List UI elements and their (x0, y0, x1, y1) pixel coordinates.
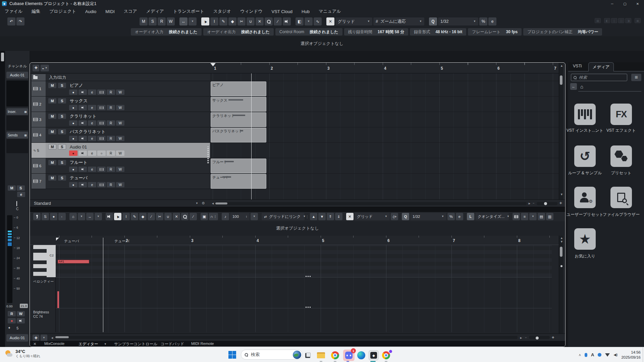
lane-divider-handle[interactable] (306, 276, 312, 277)
channel-write-button[interactable]: W (17, 311, 25, 316)
editor-zoom-tool-icon[interactable] (181, 213, 189, 220)
black-key[interactable] (33, 268, 47, 272)
tile-presets[interactable] (610, 145, 632, 167)
erase-tool-icon[interactable]: ◆ (228, 17, 236, 25)
editor-glue-tool-icon[interactable]: ∪ (164, 213, 172, 220)
tile-user-presets[interactable]: ⚙ (574, 187, 596, 208)
editor-zoom-track[interactable] (529, 336, 550, 339)
curve-menu-icon[interactable]: ∩⋮ (209, 213, 218, 220)
length-link-dropdown[interactable]: ⇄グリッドにリンク▼ (262, 213, 305, 220)
editor-autoscroll-icon[interactable]: ↔ (86, 213, 94, 220)
track-row-sax[interactable]: 2 MSサックス ●eRW (32, 97, 210, 112)
lane-divider-handle[interactable] (306, 307, 312, 308)
track-row-clarinet[interactable]: 3 MSクラリネット ●eRW (32, 112, 210, 127)
track-mute-button[interactable]: M (48, 98, 56, 104)
back-icon[interactable]: ← (570, 83, 577, 90)
midi-event-sax[interactable]: サックス (211, 97, 266, 112)
tab-editor[interactable]: エディター (78, 342, 98, 347)
left-scroll-thumb[interactable] (1, 53, 4, 61)
tile-file-browser[interactable] (610, 187, 632, 208)
read-automation-icon[interactable]: R (107, 136, 115, 141)
monitor-icon[interactable] (78, 167, 87, 172)
audio-output-status[interactable]: オーディオ出力接続されました (203, 28, 274, 36)
track-name[interactable]: サックス (70, 98, 88, 104)
record-enable-icon[interactable]: ● (69, 105, 77, 110)
edit-channel-icon[interactable]: e (88, 150, 96, 156)
grid-type-dropdown[interactable]: #ズームに適応▼ (373, 17, 424, 25)
write-automation-icon[interactable]: W (116, 167, 124, 172)
read-automation-icon[interactable]: R (107, 105, 115, 110)
track-name[interactable]: クラリネット (70, 113, 97, 119)
play-tool-icon[interactable] (283, 17, 291, 25)
move-down-icon[interactable]: ▼ (318, 213, 326, 220)
editor-zoom-in-icon[interactable]: ✚ (552, 336, 554, 339)
edit-channel-icon[interactable]: e (88, 120, 96, 126)
editor-scroll-left-icon[interactable]: ◄ (51, 336, 54, 340)
track-mute-button[interactable]: M (48, 160, 56, 165)
left-zone-icon[interactable]: ▯ (611, 18, 617, 23)
editor-zoom-out-icon[interactable]: − (525, 336, 527, 339)
edge-button[interactable] (356, 350, 366, 360)
length-quantize-dropdown[interactable]: クオンタイズ...▼ (475, 213, 509, 220)
read-automation-icon[interactable]: R (107, 150, 115, 156)
arrange-vertical-scrollbar[interactable]: ▲ ▼ (559, 63, 563, 199)
automation-curve-ic​on[interactable]: ∿ (314, 17, 322, 25)
editor-autoscroll-menu-icon[interactable]: ▼ (95, 213, 102, 220)
read-automation-icon[interactable]: R (107, 167, 115, 172)
editor-solo-icon[interactable]: S (42, 213, 49, 220)
editor-range-tool-icon[interactable]: I (122, 213, 130, 220)
record-enable-icon[interactable]: ● (69, 167, 77, 172)
editor-split-tool-icon[interactable]: ✂ (156, 213, 163, 220)
zoom-out-icon[interactable]: − (533, 201, 534, 205)
inserts-slot[interactable] (6, 116, 28, 130)
tab-sampler-control[interactable]: サンプラーコントロール (114, 342, 157, 347)
chrome-profile-button[interactable] (381, 350, 391, 360)
note-expression-icon[interactable] (513, 213, 520, 220)
show-desktop-button[interactable] (643, 347, 644, 362)
menu-audio[interactable]: Audio (85, 9, 96, 14)
menu-manual[interactable]: マニュアル (319, 8, 341, 14)
channel-track-button[interactable]: Audio 01 (6, 72, 28, 78)
step-input-icon[interactable]: ▥ (546, 213, 553, 220)
instrument-icon[interactable] (97, 182, 106, 187)
track-name[interactable]: フルート (70, 160, 88, 166)
channel-bottom-label[interactable]: Audio 01 (6, 334, 28, 342)
editor-quantize-panel-icon[interactable]: e (456, 213, 463, 220)
editor-ruler[interactable]: テューバ テューバ 2 3 4 5 6 7 8 (30, 236, 559, 245)
channel-read-button[interactable]: R (8, 311, 16, 316)
write-automation-icon[interactable]: W (116, 182, 124, 187)
edit-channel-icon[interactable]: e (88, 89, 96, 95)
tray-app-icon[interactable] (598, 353, 601, 357)
track-row-bass-clarinet[interactable]: 4 MSバスクラリネット ●eRW (32, 127, 210, 143)
quantize-preset-dropdown[interactable]: 1/32▼ (438, 17, 478, 25)
file-explorer-button[interactable] (316, 350, 326, 360)
zoom-slider-track[interactable] (537, 202, 557, 205)
read-automation-icon[interactable]: R (107, 120, 115, 126)
pitch-visibility-menu-icon[interactable]: ▼ (78, 213, 85, 220)
track-row-tuba[interactable]: 7 MSテューバ ●eRW (32, 174, 210, 189)
midi-input-icon[interactable]: ▤ (538, 213, 545, 220)
controller-lane[interactable] (56, 308, 552, 332)
track-name[interactable]: バスクラリネット (70, 129, 105, 135)
menu-vst-cloud[interactable]: VST Cloud (271, 9, 292, 14)
part-start-marker[interactable] (56, 238, 59, 241)
edit-channel-icon[interactable]: e (88, 136, 96, 141)
insert-velocity-icon[interactable]: ♪ (222, 213, 229, 220)
track-solo-button[interactable]: S (58, 83, 66, 88)
record-format-status[interactable]: 録音形式48 kHz - 16 bit (410, 28, 466, 36)
instrument-icon[interactable] (97, 167, 106, 172)
monitor-icon[interactable] (78, 89, 87, 95)
menu-studio[interactable]: スタジオ (213, 8, 231, 14)
minimize-button[interactable]: ─ (606, 0, 619, 7)
editor-scroll-right-icon[interactable]: ► (520, 336, 523, 340)
write-automation-icon[interactable]: W (116, 136, 124, 141)
write-automation-icon[interactable]: W (116, 105, 124, 110)
velocity-value-field[interactable]: 100↕ (230, 213, 250, 220)
glue-tool-icon[interactable]: ∪ (247, 17, 255, 25)
track-mute-button[interactable]: M (48, 175, 56, 181)
read-automation-icon[interactable]: R (107, 182, 115, 187)
instrument-icon[interactable] (97, 105, 106, 110)
black-key-a-sharp1[interactable] (33, 260, 47, 264)
visibility-preset[interactable]: Standard (34, 201, 51, 206)
mute-tool-icon[interactable]: ✕ (256, 17, 264, 25)
